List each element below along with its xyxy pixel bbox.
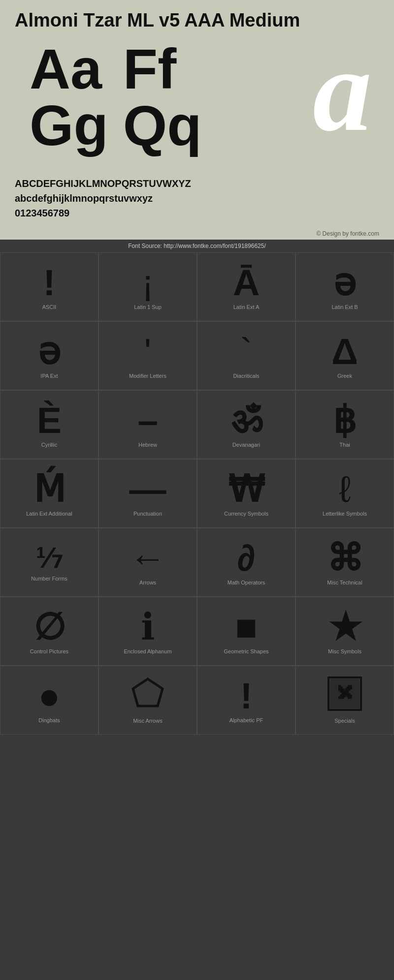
number-forms-label: Number Forms	[31, 576, 67, 582]
grid-cell-dingbats: ● Dingbats	[0, 666, 98, 735]
grid-cell-latin-ext-a: Ā Latin Ext A	[197, 252, 296, 321]
grid-cell-latin-ext-b: ə Latin Ext B	[296, 252, 394, 321]
preview-char-A: Aa	[30, 41, 108, 97]
grid-cell-ipa-ext: ə IPA Ext	[0, 321, 98, 390]
grid-cell-arrows: ← Arrows	[98, 528, 197, 597]
thai-label: Thai	[339, 442, 350, 448]
diacriticals-label: Diacriticals	[233, 373, 259, 379]
grid-cell-control-pictures: ∅ Control Pictures	[0, 597, 98, 666]
math-operators-label: Math Operators	[228, 580, 265, 585]
ascii-label: ASCII	[42, 304, 57, 310]
grid-cell-devanagari: ॐ Devanagari	[197, 390, 296, 459]
grid-cell-greek: Δ Greek	[296, 321, 394, 390]
grid-cell-cyrillic: È Cyrillic	[0, 390, 98, 459]
grid-cell-thai: ฿ Thai	[296, 390, 394, 459]
currency-symbols-symbol: ₩	[228, 471, 264, 508]
currency-symbols-label: Currency Symbols	[224, 511, 268, 517]
source-text: Font Source: http://www.fontke.com/font/…	[128, 243, 266, 249]
math-operators-symbol: ∂	[237, 540, 255, 577]
latin-ext-additional-symbol: Ḿ	[33, 471, 66, 508]
greek-symbol: Δ	[331, 333, 358, 370]
grid-cell-misc-technical: ⌘ Misc Technical	[296, 528, 394, 597]
diacriticals-symbol: `	[240, 333, 253, 370]
unicode-grid: ! ASCII ¡ Latin 1 Sup Ā Latin Ext A ə La…	[0, 252, 394, 735]
preview-big-italic-a: a	[313, 36, 372, 149]
alphabetic-pf-label: Alphabetic PF	[230, 717, 263, 723]
grid-cell-latin1sup: ¡ Latin 1 Sup	[98, 252, 197, 321]
arrows-symbol: ←	[130, 540, 166, 577]
source-bar: Font Source: http://www.fontke.com/font/…	[0, 240, 394, 252]
ascii-symbol: !	[43, 264, 56, 301]
alphabet-section: ABCDEFGHIJKLMNOPQRSTUVWXYZ abcdefghijklm…	[0, 174, 394, 228]
alphabet-lower: abcdefghijklmnopqrstuvwxyz	[15, 191, 379, 206]
font-preview-area: Aa Gg Ff Qq a	[15, 36, 379, 169]
grid-cell-currency-symbols: ₩ Currency Symbols	[197, 459, 296, 528]
misc-symbols-label: Misc Symbols	[328, 648, 361, 654]
modifier-letters-label: Modifier Letters	[129, 373, 166, 379]
preview-char-Q: Qq	[123, 97, 202, 154]
ipa-ext-label: IPA Ext	[40, 373, 58, 379]
enclosed-alphanum-symbol: ℹ	[141, 609, 155, 645]
alphabet-upper: ABCDEFGHIJKLMNOPQRSTUVWXYZ	[15, 176, 379, 191]
latin-ext-b-symbol: ə	[333, 264, 356, 301]
latin1sup-symbol: ¡	[142, 264, 154, 301]
latin-ext-b-label: Latin Ext B	[331, 304, 358, 310]
specials-symbol: 🗶	[328, 676, 362, 713]
dingbats-symbol: ●	[38, 677, 60, 714]
arrows-label: Arrows	[139, 580, 156, 585]
hebrew-symbol: –	[137, 402, 158, 439]
grid-cell-modifier-letters: ' Modifier Letters	[98, 321, 197, 390]
control-pictures-label: Control Pictures	[30, 648, 68, 654]
svg-text:🗶: 🗶	[332, 679, 358, 707]
preview-char-G: Gg	[30, 97, 108, 154]
grid-cell-ascii: ! ASCII	[0, 252, 98, 321]
specials-icon: 🗶	[328, 676, 362, 711]
grid-cell-diacriticals: ` Diacriticals	[197, 321, 296, 390]
specials-label: Specials	[334, 718, 355, 724]
ipa-ext-symbol: ə	[38, 333, 61, 370]
letterlike-symbols-symbol: ℓ	[339, 471, 351, 508]
font-title: Almoni Tzar ML v5 AAA Medium	[15, 10, 379, 31]
grid-cell-number-forms: ¹⁄₇ Number Forms	[0, 528, 98, 597]
digits: 0123456789	[15, 206, 379, 220]
geometric-shapes-label: Geometric Shapes	[224, 648, 268, 654]
grid-cell-misc-arrows: Misc Arrows	[98, 666, 197, 735]
copyright-bar: © Design by fontke.com	[0, 228, 394, 240]
modifier-letters-symbol: '	[144, 333, 151, 370]
grid-cell-misc-symbols: ★ Misc Symbols	[296, 597, 394, 666]
dingbats-label: Dingbats	[38, 717, 60, 723]
punctuation-label: Punctuation	[133, 511, 162, 517]
thai-symbol: ฿	[333, 402, 357, 439]
grid-cell-latin-ext-additional: Ḿ Latin Ext Additional	[0, 459, 98, 528]
pentagon-icon	[131, 676, 165, 711]
grid-cell-punctuation: — Punctuation	[98, 459, 197, 528]
punctuation-symbol: —	[130, 471, 166, 508]
latin1sup-label: Latin 1 Sup	[134, 304, 162, 310]
grid-cell-alphabetic-pf: ! Alphabetic PF	[197, 666, 296, 735]
enclosed-alphanum-label: Enclosed Alphanum	[124, 648, 171, 654]
control-pictures-symbol: ∅	[33, 609, 66, 645]
svg-marker-0	[133, 679, 163, 706]
alphabetic-pf-symbol: !	[240, 677, 253, 714]
latin-ext-a-label: Latin Ext A	[233, 304, 260, 310]
misc-technical-symbol: ⌘	[327, 540, 363, 577]
grid-cell-math-operators: ∂ Math Operators	[197, 528, 296, 597]
misc-symbols-symbol: ★	[328, 609, 361, 645]
grid-cell-letterlike-symbols: ℓ Letterlike Symbols	[296, 459, 394, 528]
preview-char-F: Ff	[123, 41, 202, 97]
grid-cell-specials: 🗶 Specials	[296, 666, 394, 735]
grid-cell-enclosed-alphanum: ℹ Enclosed Alphanum	[98, 597, 197, 666]
cyrillic-symbol: È	[37, 402, 62, 439]
misc-arrows-symbol	[131, 676, 165, 713]
letterlike-symbols-label: Letterlike Symbols	[323, 511, 367, 517]
misc-arrows-label: Misc Arrows	[133, 718, 162, 724]
number-forms-symbol: ¹⁄₇	[36, 543, 63, 573]
grid-cell-hebrew: – Hebrew	[98, 390, 197, 459]
latin-ext-a-symbol: Ā	[233, 264, 260, 301]
hebrew-label: Hebrew	[138, 442, 157, 448]
preview-pair-aa: Aa Gg	[30, 41, 108, 154]
devanagari-label: Devanagari	[232, 442, 260, 448]
devanagari-symbol: ॐ	[231, 402, 262, 439]
geometric-shapes-symbol: ■	[235, 609, 257, 645]
latin-ext-additional-label: Latin Ext Additional	[26, 511, 72, 517]
